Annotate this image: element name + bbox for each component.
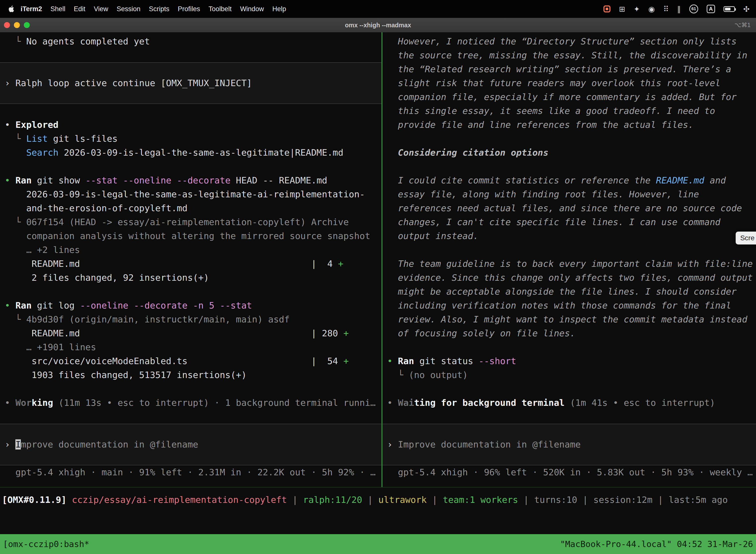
text-run: references need actual files, and since … [387,203,742,213]
terminal-line: • Waiting for background terminal (1m 41… [382,396,756,410]
inject-banner[interactable]: › Ralph loop active continue [OMX_TMUX_I… [0,62,381,104]
terminal-area: └ No agents completed yet › Ralph loop a… [0,32,756,487]
menu-item-toolbelt[interactable]: Toolbelt [208,5,232,13]
terminal-line: slight risk that future readers may over… [382,76,756,90]
text-run: • [5,175,15,185]
text-run: HEAD -- README.md [231,175,327,185]
menu-item-shell[interactable]: Shell [51,5,65,13]
text-run: However, I noticed the “Directory Struct… [387,36,737,46]
text-run: output instead. [387,231,479,241]
terminal-line [382,340,756,354]
menu-item-window[interactable]: Window [240,5,264,13]
battery-icon[interactable] [723,6,735,12]
terminal-line: this single essay, it seems like a good … [382,104,756,118]
terminal-line: Search 2026-03-09-is-legal-the-same-as-l… [0,146,381,160]
terminal-line: › Ralph loop active continue [OMX_TMUX_I… [0,76,252,90]
prompt-input[interactable]: › Improve documentation in @filename [382,424,756,465]
menu-item-edit[interactable]: Edit [74,5,85,13]
terminal-line [382,160,756,173]
text-run: essay file, along with finding root file… [387,189,699,199]
text-run: git status [414,356,479,366]
menu-item-help[interactable]: Help [272,5,286,13]
terminal-line: └ List git ls-files [0,132,381,146]
screen-overlay-label: Scre [740,234,755,242]
grid-icon[interactable]: ⊞ [619,5,625,13]
text-run: of focusing solely on file lines. [387,328,575,338]
terminal-line [0,48,381,62]
text-run: • [5,398,15,408]
terminal-line [0,104,381,118]
terminal-line [0,410,381,424]
spark-icon[interactable]: ✦ [634,5,640,13]
text-run: › [5,78,15,88]
text-run: including verification notes with those … [387,300,731,311]
circle-icon[interactable]: ◉ [648,5,655,13]
menu-item-scripts[interactable]: Scripts [149,5,170,13]
menu-item-session[interactable]: Session [117,5,140,13]
terminal-line [382,243,756,257]
text-run: provide file and line references from th… [387,120,693,130]
fan-icon[interactable]: ✣ [743,5,750,13]
text-run: evidence. Since this change only affects… [387,273,753,283]
text-run: I could cite commit statistics or refere… [387,175,656,185]
window-shortcut-badge: ⌥⌘1 [735,21,751,29]
menu-item-profiles[interactable]: Profiles [178,5,200,13]
terminal-line: … +1901 lines [0,340,381,354]
menu-item-iterm2[interactable]: iTerm2 [20,5,42,13]
screen-overlay-button[interactable]: Scre [736,232,756,244]
key-icon[interactable]: ∥ [677,5,681,13]
terminal-line: of focusing solely on file lines. [382,326,756,340]
terminal-line: 2026-03-09-is-legal-the-same-as-legitima… [0,187,381,201]
terminal-line: • Ran git status --short [382,354,756,368]
terminal-line: the source tree, missing the essay. Stil… [382,48,756,62]
prompt-input[interactable]: › Improve documentation in @filename [0,424,381,465]
text-run: git show [32,175,85,185]
terminal-line: └ 067f154 (HEAD -> essay/ai-reimplementa… [0,215,381,229]
text-run: this single essay, it seems like a good … [387,106,715,116]
terminal-line: I could cite commit statistics or refere… [382,173,756,187]
menu-item-view[interactable]: View [94,5,108,13]
text-run: and-the-erosion-of-copyleft.md [5,203,188,213]
text-run: List [26,133,48,144]
terminal-line [0,382,381,396]
text-run: No agents completed yet [26,36,150,46]
terminal-line: … +2 lines [0,243,381,257]
dots-icon[interactable]: ⠿ [663,5,669,13]
terminal-line [0,285,381,298]
text-run: • [387,356,398,366]
battery-percentage-badge[interactable]: 61 [689,4,698,13]
text-run: last:5m ago [669,495,728,505]
terminal-line: review. Also, I might want to inspect th… [382,313,756,326]
text-run: [OMX#0.11.9] [2,495,66,505]
window-title-bar[interactable]: omx --xhigh --madmax ⌥⌘1 [0,18,756,33]
screen-recording-indicator[interactable] [604,5,611,12]
text-run: … +1901 lines [5,342,96,352]
terminal-line: • Working (11m 13s • esc to interrupt) ·… [0,396,381,410]
terminal-line: The team guideline is to back every impo… [382,257,756,271]
text-run: session:12m [593,495,652,505]
text-run: | [577,495,593,505]
terminal-line [382,410,756,424]
text-run: 2026-03-09-is-legal-the-same-as-legitima… [59,148,343,158]
text-run: 2026-03-09-is-legal-the-same-as-legitima… [5,189,365,199]
omx-status-line: [OMX#0.11.9] cczip/essay/ai-reimplementa… [0,493,756,507]
tmux-status-bar: [omx-cczip0:bash* "MacBook-Pro-44.local"… [0,534,756,554]
terminal-line: └ 4b9d30f (origin/main, instructkr/main,… [0,313,381,326]
text-run: git ls-files [48,133,118,144]
terminal-left-pane[interactable]: └ No agents completed yet › Ralph loop a… [0,32,381,487]
text-run: README.md [656,175,704,185]
text-run: Ran [398,356,414,366]
terminal-right-pane[interactable]: However, I noticed the “Directory Struct… [382,32,756,487]
apple-menu-icon[interactable] [8,5,15,13]
terminal-line: README.md | 280 + [0,326,381,340]
text-run: Improve documentation in @filename [398,439,581,449]
terminal-line: README.md | 4 + [0,257,381,271]
text-run: • [5,300,15,311]
terminal-line: companion analysis without altering the … [0,229,381,243]
text-run: might be acceptable alongside the file l… [387,286,737,296]
text-run: | [362,495,378,505]
terminal-line: provide file and line references from th… [382,118,756,132]
terminal-line: gpt-5.4 xhigh · main · 91% left · 2.31M … [0,465,381,479]
text-run: --stat --oneline --decorate [85,175,231,185]
keyboard-input-icon[interactable]: A [707,5,715,13]
